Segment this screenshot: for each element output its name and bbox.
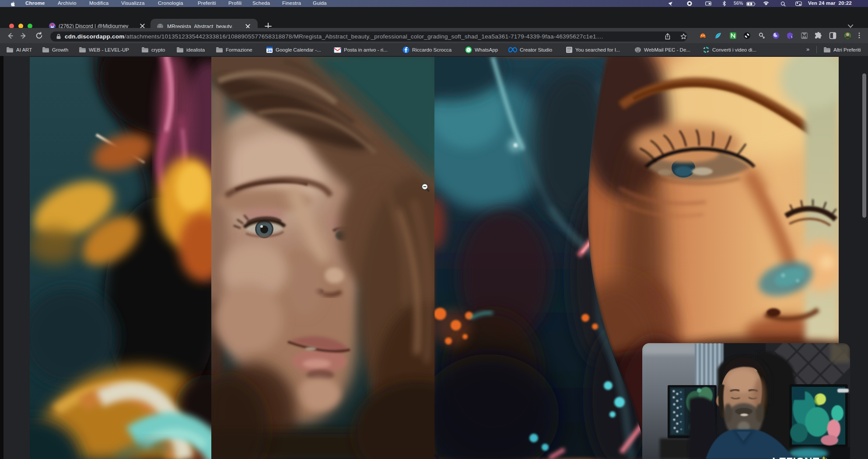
svg-text:24: 24 (267, 49, 272, 53)
svg-text:LEZIONE: LEZIONE (772, 456, 819, 459)
svg-text:5: 5 (791, 35, 792, 38)
